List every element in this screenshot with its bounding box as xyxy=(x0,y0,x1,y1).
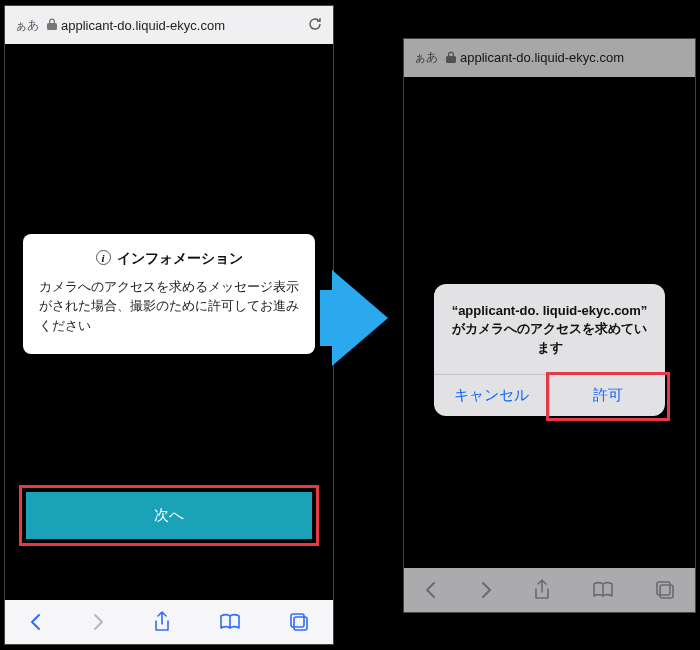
refresh-icon[interactable] xyxy=(307,16,323,35)
address-bar[interactable]: ぁあ applicant-do.liquid-ekyc.com xyxy=(404,39,695,77)
address-bar[interactable]: ぁあ applicant-do.liquid-ekyc.com xyxy=(5,6,333,44)
info-body: カメラへのアクセスを求めるメッセージ表示がされた場合、撮影のために許可してお進み… xyxy=(39,278,299,336)
svg-rect-3 xyxy=(657,582,670,595)
information-card: iインフォメーション カメラへのアクセスを求めるメッセージ表示がされた場合、撮影… xyxy=(23,234,315,354)
lock-icon xyxy=(446,51,456,65)
next-button-highlight: 次へ xyxy=(19,485,319,546)
bookmarks-icon xyxy=(592,581,614,599)
lock-icon xyxy=(47,18,57,32)
phone-screenshot-left: ぁあ applicant-do.liquid-ekyc.com iインフォメーシ… xyxy=(4,5,334,645)
svg-rect-2 xyxy=(660,585,673,598)
back-icon xyxy=(424,581,438,599)
cancel-button[interactable]: キャンセル xyxy=(434,375,549,416)
phone-screenshot-right: ぁあ applicant-do.liquid-ekyc.com “applica… xyxy=(403,38,696,613)
svg-rect-0 xyxy=(294,617,307,630)
safari-toolbar xyxy=(5,600,333,644)
page-content: iインフォメーション カメラへのアクセスを求めるメッセージ表示がされた場合、撮影… xyxy=(5,44,333,600)
info-icon: i xyxy=(96,250,111,265)
camera-permission-alert: “applicant-do. liquid-ekyc.com” がカメラへのアク… xyxy=(434,284,665,417)
tabs-icon[interactable] xyxy=(289,612,309,632)
share-icon xyxy=(533,579,551,601)
svg-rect-1 xyxy=(291,614,304,627)
text-size-control[interactable]: ぁあ xyxy=(15,17,39,34)
next-button[interactable]: 次へ xyxy=(26,492,312,539)
url-text: applicant-do.liquid-ekyc.com xyxy=(61,18,307,33)
flow-arrow-icon xyxy=(332,270,388,366)
alert-button-row: キャンセル 許可 xyxy=(434,374,665,416)
safari-toolbar xyxy=(404,568,695,612)
url-text: applicant-do.liquid-ekyc.com xyxy=(460,50,685,65)
allow-button[interactable]: 許可 xyxy=(549,375,665,416)
info-title: iインフォメーション xyxy=(39,250,299,268)
alert-message: “applicant-do. liquid-ekyc.com” がカメラへのアク… xyxy=(434,284,665,375)
forward-icon xyxy=(479,581,493,599)
text-size-control[interactable]: ぁあ xyxy=(414,49,438,66)
share-icon[interactable] xyxy=(153,611,171,633)
back-icon[interactable] xyxy=(29,613,43,631)
forward-icon xyxy=(91,613,105,631)
bookmarks-icon[interactable] xyxy=(219,613,241,631)
tabs-icon xyxy=(655,580,675,600)
